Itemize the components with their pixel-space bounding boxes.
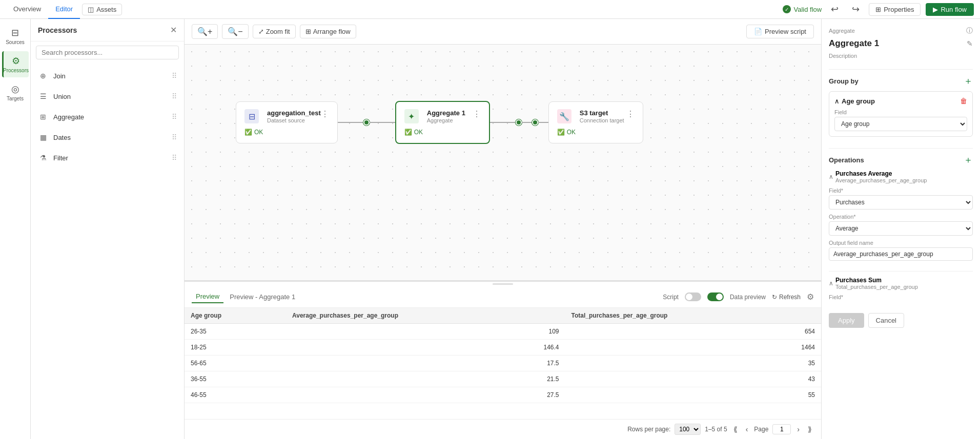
- zoom-fit-icon: ⤢: [258, 28, 264, 35]
- zoom-in-button[interactable]: 🔍+: [192, 24, 218, 39]
- first-page-button[interactable]: ⟪: [731, 424, 740, 434]
- tab-overview[interactable]: Overview: [6, 0, 48, 19]
- canvas-main[interactable]: ⊟ aggregation_test Dataset source ⋮ ✅ OK: [185, 45, 821, 280]
- filter-drag-handle[interactable]: ⠿: [172, 154, 177, 162]
- top-bar-right: Valid flow ↩ ↪ ⊞ Properties ▶ Run flow: [783, 2, 974, 17]
- table-header: Age group Average_purchases_per_age_grou…: [185, 308, 821, 324]
- table-body: 26-35 109 654 18-25 146.4 1464 56-65 17.…: [185, 324, 821, 403]
- op2-chevron[interactable]: ∧: [829, 280, 833, 287]
- processor-search-input[interactable]: [36, 46, 179, 59]
- top-bar: Overview Editor ◫ Assets Valid flow ↩ ↪ …: [0, 0, 980, 19]
- last-page-button[interactable]: ⟫: [806, 424, 814, 434]
- op1-output-label: Output field name: [829, 240, 973, 246]
- page-input[interactable]: [772, 424, 791, 434]
- aggregate-node-icon: ✦: [404, 109, 419, 123]
- processor-list: ⊕ Join ⠿ ☰ Union ⠿ ⊞ Aggregate ⠿: [31, 64, 184, 439]
- connector-dot-2: [516, 119, 522, 126]
- next-page-button[interactable]: ›: [795, 424, 802, 434]
- refresh-button[interactable]: ↻ Refresh: [772, 294, 801, 301]
- apply-button[interactable]: Apply: [829, 313, 864, 328]
- preview-script-button[interactable]: 📄 Preview script: [746, 25, 814, 38]
- rp-op2: ∧ Purchases Sum Total_purchases_per_age_…: [829, 277, 973, 302]
- op1-title: Purchases Average: [835, 170, 927, 177]
- sidebar-item-targets[interactable]: ◎ Targets: [2, 79, 29, 106]
- rp-group-by-section: Group by ＋: [829, 75, 973, 87]
- data-preview-toggle[interactable]: [707, 292, 724, 301]
- processor-item-dates[interactable]: ▦ Dates ⠿: [31, 127, 184, 148]
- script-toggle[interactable]: [685, 292, 701, 301]
- source-node-menu[interactable]: ⋮: [321, 109, 329, 119]
- aggregate-ok-icon: ✅: [404, 129, 412, 136]
- valid-flow-indicator: Valid flow: [783, 5, 822, 13]
- tab-editor[interactable]: Editor: [48, 0, 80, 19]
- node-s3-target[interactable]: 🔧 S3 target Connection target ⋮ ✅ OK: [548, 101, 643, 143]
- col-age-group: Age group: [185, 308, 286, 324]
- preview-tab[interactable]: Preview: [192, 290, 223, 303]
- source-node-icon: ⊟: [244, 109, 259, 123]
- cancel-button[interactable]: Cancel: [868, 313, 904, 328]
- target-node-name: S3 target: [580, 109, 624, 117]
- rp-operations-add-button[interactable]: ＋: [964, 154, 973, 166]
- rp-group-delete-button[interactable]: 🗑: [960, 97, 967, 105]
- table-row: 46-55 27.5 55: [185, 387, 821, 403]
- rows-per-page-select[interactable]: 100 50 25: [675, 424, 701, 435]
- processors-close-button[interactable]: ✕: [170, 25, 177, 35]
- sidebar-item-sources[interactable]: ⊟ Sources: [2, 23, 29, 49]
- aggregate-drag-handle[interactable]: ⠿: [172, 113, 177, 121]
- op1-operation-select[interactable]: Average: [829, 221, 973, 236]
- processors-title: Processors: [38, 26, 77, 34]
- processors-header: Processors ✕: [31, 19, 184, 41]
- run-flow-button[interactable]: ▶ Run flow: [926, 3, 974, 16]
- target-node-status: ✅ OK: [557, 129, 635, 136]
- table-row: 36-55 21.5 43: [185, 371, 821, 387]
- table-row: 56-65 17.5 35: [185, 356, 821, 371]
- zoom-fit-button[interactable]: ⤢ Zoom fit: [253, 25, 296, 38]
- processor-item-union[interactable]: ☰ Union ⠿: [31, 86, 184, 107]
- processor-item-filter[interactable]: ⚗ Filter ⠿: [31, 148, 184, 168]
- sources-icon: ⊟: [11, 27, 19, 38]
- rp-group-by-add-button[interactable]: ＋: [964, 75, 973, 87]
- data-table: Age group Average_purchases_per_age_grou…: [185, 308, 821, 403]
- settings-icon[interactable]: ⚙: [807, 292, 814, 302]
- op1-subtitle: Average_purchases_per_age_group: [835, 177, 927, 183]
- zoom-out-button[interactable]: 🔍−: [222, 24, 248, 39]
- aggregate-node-status: ✅ OK: [404, 129, 481, 136]
- redo-button[interactable]: ↪: [848, 2, 864, 17]
- arrange-flow-button[interactable]: ⊞ Arrange flow: [300, 25, 356, 38]
- canvas-area: 🔍+ 🔍− ⤢ Zoom fit ⊞ Arrange flow 📄 Previe…: [185, 19, 821, 439]
- dates-drag-handle[interactable]: ⠿: [172, 133, 177, 141]
- sidebar-item-processors[interactable]: ⚙ Processors: [2, 51, 29, 77]
- op1-field-select[interactable]: Purchases: [829, 195, 973, 210]
- op1-operation-label: Operation*: [829, 214, 973, 220]
- aggregate-node-menu[interactable]: ⋮: [473, 109, 481, 119]
- refresh-icon: ↻: [772, 294, 777, 301]
- target-node-menu[interactable]: ⋮: [626, 109, 635, 119]
- preview-drag-handle[interactable]: [185, 282, 821, 286]
- aggregate-node-name: Aggregate 1: [427, 109, 465, 117]
- join-drag-handle[interactable]: ⠿: [172, 72, 177, 80]
- canvas-toolbar: 🔍+ 🔍− ⤢ Zoom fit ⊞ Arrange flow 📄 Previe…: [185, 19, 821, 45]
- processor-item-join[interactable]: ⊕ Join ⠿: [31, 66, 184, 86]
- rp-op1: ∧ Purchases Average Average_purchases_pe…: [829, 170, 973, 261]
- op1-chevron[interactable]: ∧: [829, 173, 833, 180]
- union-drag-handle[interactable]: ⠿: [172, 92, 177, 100]
- script-label: Script: [663, 294, 679, 301]
- prev-page-button[interactable]: ‹: [744, 424, 750, 434]
- rp-group-by-title: Group by: [829, 77, 859, 85]
- join-icon: ⊕: [38, 71, 48, 81]
- node-aggregate1[interactable]: ✦ Aggregate 1 Aggregate ⋮ ✅ OK: [395, 101, 490, 144]
- rows-per-page-label: Rows per page:: [627, 426, 670, 433]
- connector-dot-1: [363, 119, 370, 126]
- tab-assets[interactable]: ◫ Assets: [82, 4, 122, 15]
- op1-output-input[interactable]: [829, 247, 973, 261]
- rp-group-field-select[interactable]: Age group: [834, 117, 967, 131]
- group-chevron-icon[interactable]: ∧: [834, 97, 840, 105]
- script-icon: 📄: [754, 28, 762, 35]
- flow-nodes: ⊟ aggregation_test Dataset source ⋮ ✅ OK: [236, 101, 643, 144]
- processor-item-aggregate[interactable]: ⊞ Aggregate ⠿: [31, 107, 184, 127]
- rp-edit-icon[interactable]: ✎: [967, 39, 973, 48]
- properties-button[interactable]: ⊞ Properties: [869, 3, 921, 16]
- node-aggregation-test[interactable]: ⊟ aggregation_test Dataset source ⋮ ✅ OK: [236, 101, 338, 143]
- undo-button[interactable]: ↩: [827, 2, 843, 17]
- op2-subtitle: Total_purchases_per_age_group: [835, 284, 918, 290]
